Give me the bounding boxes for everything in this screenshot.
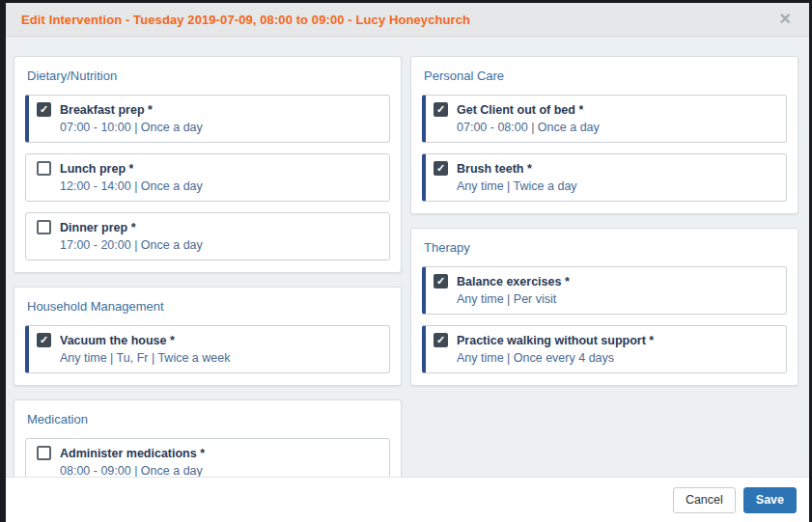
item-checkbox[interactable]: ✓ <box>37 161 51 176</box>
item-label-text: Balance exercises <box>457 275 561 288</box>
item-checkbox[interactable]: ✓ <box>434 102 448 117</box>
section-dietary-nutrition: Dietary/Nutrition ✓ Breakfast prep * 07:… <box>14 56 402 273</box>
intervention-item-balance-exercises[interactable]: ✓ Balance exercises * Any time | Per vis… <box>422 266 787 315</box>
item-schedule: 17:00 - 20:00 | Once a day <box>60 238 378 252</box>
item-checkbox[interactable]: ✓ <box>37 446 51 460</box>
required-marker: * <box>170 334 175 347</box>
save-button[interactable]: Save <box>743 487 797 513</box>
section-title: Household Management <box>27 299 390 314</box>
required-marker: * <box>148 103 153 117</box>
item-checkbox[interactable]: ✓ <box>37 220 51 234</box>
check-icon: ✓ <box>40 104 48 115</box>
check-icon: ✓ <box>436 276 445 287</box>
item-label: Brush teeth * <box>457 162 532 176</box>
item-label-row: ✓ Get Client out of bed * <box>434 102 775 117</box>
modal-title: Edit Intervention - Tuesday 2019-07-09, … <box>21 13 775 27</box>
item-label-text: Dinner prep <box>60 221 127 234</box>
modal-header: Edit Intervention - Tuesday 2019-07-09, … <box>6 3 809 37</box>
intervention-item-vacuum-the-house[interactable]: ✓ Vacuum the house * Any time | Tu, Fr |… <box>25 325 390 373</box>
item-label-row: ✓ Breakfast prep * <box>37 102 378 117</box>
check-icon: ✓ <box>40 335 48 345</box>
item-label-text: Brush teeth <box>457 162 523 176</box>
required-marker: * <box>131 221 136 234</box>
item-label-row: ✓ Practice walking without support * <box>434 333 775 347</box>
item-checkbox[interactable]: ✓ <box>37 102 51 117</box>
close-icon[interactable]: ✕ <box>775 10 796 29</box>
page-backdrop: Edit Intervention - Tuesday 2019-07-09, … <box>0 0 812 522</box>
section-household-management: Household Management ✓ Vacuum the house … <box>14 287 402 386</box>
section-title: Medication <box>27 412 390 426</box>
cancel-button[interactable]: Cancel <box>673 487 736 513</box>
item-label-row: ✓ Administer medications * <box>37 446 378 460</box>
item-label: Breakfast prep * <box>60 103 153 117</box>
item-label-row: ✓ Vacuum the house * <box>37 333 378 347</box>
item-label-row: ✓ Dinner prep * <box>37 220 378 234</box>
required-marker: * <box>578 103 583 117</box>
required-marker: * <box>129 162 134 176</box>
item-label: Lunch prep * <box>60 162 133 176</box>
check-icon: ✓ <box>436 104 445 115</box>
check-icon: ✓ <box>436 163 445 174</box>
item-checkbox[interactable]: ✓ <box>434 333 448 347</box>
intervention-item-practice-walking-without-support[interactable]: ✓ Practice walking without support * Any… <box>422 325 787 373</box>
item-schedule: 08:00 - 09:00 | Once a day <box>60 464 378 477</box>
left-column: Dietary/Nutrition ✓ Breakfast prep * 07:… <box>14 56 402 477</box>
item-label: Vacuum the house * <box>60 334 175 347</box>
required-marker: * <box>200 447 205 460</box>
item-checkbox[interactable]: ✓ <box>434 274 448 288</box>
item-checkbox[interactable]: ✓ <box>37 333 51 347</box>
intervention-item-administer-medications[interactable]: ✓ Administer medications * 08:00 - 09:00… <box>25 438 390 477</box>
item-label-row: ✓ Lunch prep * <box>37 161 378 176</box>
section-therapy: Therapy ✓ Balance exercises * Any time |… <box>410 228 798 386</box>
item-label-text: Breakfast prep <box>60 103 145 117</box>
intervention-item-dinner-prep[interactable]: ✓ Dinner prep * 17:00 - 20:00 | Once a d… <box>25 212 390 261</box>
section-medication: Medication ✓ Administer medications * 08… <box>14 399 402 477</box>
item-schedule: 12:00 - 14:00 | Once a day <box>60 179 378 193</box>
section-title: Dietary/Nutrition <box>27 69 390 83</box>
item-schedule: Any time | Twice a day <box>457 179 775 193</box>
item-label-text: Administer medications <box>60 447 197 460</box>
item-label: Administer medications * <box>60 447 205 460</box>
intervention-item-breakfast-prep[interactable]: ✓ Breakfast prep * 07:00 - 10:00 | Once … <box>25 95 390 143</box>
required-marker: * <box>565 275 570 288</box>
item-label-text: Lunch prep <box>60 162 126 176</box>
required-marker: * <box>649 334 654 347</box>
item-label: Practice walking without support * <box>457 334 654 347</box>
item-label-text: Practice walking without support <box>457 334 646 347</box>
modal-footer: Cancel Save <box>6 477 809 522</box>
item-schedule: Any time | Tu, Fr | Twice a week <box>60 351 378 365</box>
edit-intervention-modal: Edit Intervention - Tuesday 2019-07-09, … <box>6 3 809 522</box>
modal-content: Dietary/Nutrition ✓ Breakfast prep * 07:… <box>6 37 809 477</box>
item-label-text: Get Client out of bed <box>457 103 575 117</box>
section-title: Therapy <box>424 240 787 255</box>
intervention-item-get-client-out-of-bed[interactable]: ✓ Get Client out of bed * 07:00 - 08:00 … <box>422 95 787 143</box>
item-label: Balance exercises * <box>457 275 570 288</box>
required-marker: * <box>527 162 532 176</box>
intervention-item-lunch-prep[interactable]: ✓ Lunch prep * 12:00 - 14:00 | Once a da… <box>25 153 390 202</box>
item-checkbox[interactable]: ✓ <box>434 161 448 176</box>
item-label-row: ✓ Balance exercises * <box>434 274 775 288</box>
item-label-row: ✓ Brush teeth * <box>434 161 775 176</box>
intervention-item-brush-teeth[interactable]: ✓ Brush teeth * Any time | Twice a day <box>422 153 787 202</box>
item-label: Get Client out of bed * <box>457 103 583 117</box>
item-label-text: Vacuum the house <box>60 334 166 347</box>
item-schedule: 07:00 - 10:00 | Once a day <box>60 121 378 134</box>
item-label: Dinner prep * <box>60 221 136 234</box>
item-schedule: Any time | Per visit <box>457 292 775 306</box>
item-schedule: Any time | Once every 4 days <box>457 351 775 365</box>
section-personal-care: Personal Care ✓ Get Client out of bed * … <box>410 56 798 214</box>
item-schedule: 07:00 - 08:00 | Once a day <box>457 121 775 134</box>
right-column: Personal Care ✓ Get Client out of bed * … <box>410 56 798 477</box>
check-icon: ✓ <box>436 335 445 345</box>
section-title: Personal Care <box>424 69 787 83</box>
